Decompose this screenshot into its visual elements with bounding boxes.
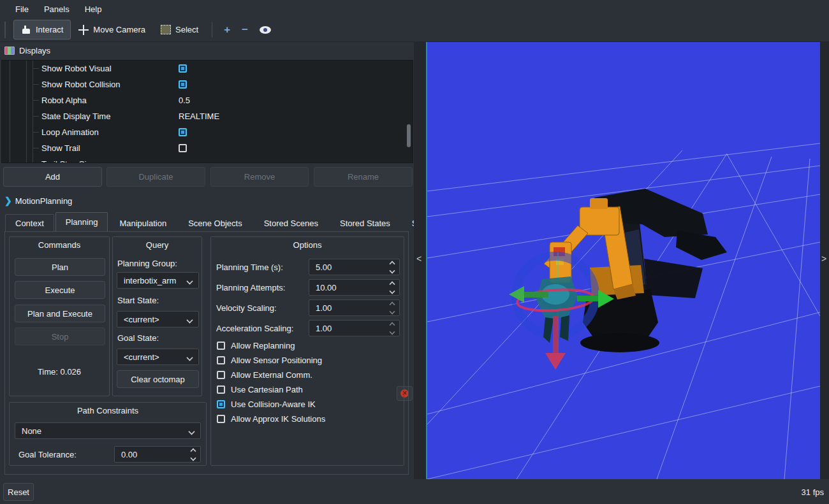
motionplanning-panel-title: MotionPlanning — [15, 196, 73, 206]
collapse-left-icon[interactable]: < — [416, 254, 422, 264]
property-value[interactable]: 0.5 — [179, 96, 190, 105]
path-constraints-select[interactable]: None — [15, 422, 201, 439]
reset-label: Reset — [8, 487, 29, 497]
left-splitter[interactable]: < — [414, 42, 426, 479]
checkbox[interactable] — [217, 371, 225, 379]
goal-tolerance-spinbox[interactable]: 0.00 — [114, 446, 201, 463]
chevron-down-icon — [186, 317, 193, 323]
zoom-out-button[interactable]: − — [236, 24, 254, 36]
menu-panels[interactable]: Panels — [36, 0, 77, 18]
chevron-down-icon — [186, 278, 193, 284]
spin-down-icon[interactable] — [190, 455, 196, 461]
reset-button[interactable]: Reset — [3, 483, 34, 501]
toolbar-drag-handle[interactable] — [4, 22, 8, 38]
allow-replanning-label: Allow Replanning — [231, 341, 295, 350]
allow-sensor-positioning-checkbox[interactable]: Allow Sensor Positioning — [217, 356, 322, 365]
tab-stored-scenes[interactable]: Stored Scenes — [254, 214, 328, 231]
planning-group-value: interbotix_arm — [124, 276, 176, 285]
property-row[interactable]: Loop Animation — [2, 124, 413, 140]
spin-down-icon[interactable] — [389, 329, 395, 335]
tab-manipulation[interactable]: Manipulation — [109, 214, 177, 231]
tree-scrollbar[interactable] — [407, 124, 411, 147]
property-value[interactable]: REALTIME — [179, 112, 219, 121]
eye-icon[interactable] — [260, 26, 271, 34]
spin-down-icon[interactable] — [389, 308, 395, 314]
toolbar-separator — [212, 22, 212, 38]
commands-group: Commands Plan Execute Plan and Execute S… — [9, 236, 110, 396]
displays-panel-header[interactable]: Displays ✕ — [0, 42, 419, 59]
spin-up-icon[interactable] — [389, 261, 395, 266]
rename-display-button[interactable]: Rename — [314, 167, 413, 187]
planning-time-spinbox[interactable]: 5.00 — [309, 259, 400, 275]
interact-tool-button[interactable]: Interact — [13, 20, 71, 40]
tab-stored-states[interactable]: Stored States — [330, 214, 400, 231]
checkbox[interactable] — [217, 385, 225, 394]
property-label: Robot Alpha — [41, 96, 87, 105]
property-checkbox[interactable] — [179, 128, 187, 136]
menu-help[interactable]: Help — [77, 0, 110, 18]
spin-up-icon[interactable] — [389, 281, 395, 287]
3d-viewport[interactable] — [426, 42, 820, 479]
property-row[interactable]: Robot Alpha 0.5 — [2, 92, 413, 108]
collapse-right-icon[interactable]: > — [821, 254, 826, 264]
clear-octomap-button[interactable]: Clear octomap — [117, 370, 199, 388]
property-row[interactable]: State Display Time REALTIME — [2, 108, 413, 124]
spin-up-icon[interactable] — [190, 448, 196, 454]
add-display-button[interactable]: Add — [3, 167, 102, 187]
tab-context[interactable]: Context — [5, 214, 54, 231]
planning-group-select[interactable]: interbotix_arm — [117, 272, 199, 289]
planning-group-label: Planning Group: — [117, 259, 177, 268]
execute-label: Execute — [45, 285, 75, 295]
right-splitter[interactable]: > — [819, 42, 829, 479]
start-state-select[interactable]: <current> — [117, 311, 199, 328]
monitor-icon — [4, 47, 15, 55]
plan-and-execute-button[interactable]: Plan and Execute — [15, 305, 105, 322]
checkbox[interactable] — [217, 400, 225, 408]
velocity-scaling-spinbox[interactable]: 1.00 — [309, 299, 400, 316]
property-row[interactable]: Show Robot Collision — [2, 76, 413, 92]
tab-planning[interactable]: Planning — [55, 212, 108, 231]
menu-bar: File Panels Help — [0, 0, 829, 18]
spin-down-icon[interactable] — [389, 268, 395, 273]
checkbox[interactable] — [217, 342, 225, 350]
tab-scene-objects[interactable]: Scene Objects — [178, 214, 253, 231]
allow-replanning-checkbox[interactable]: Allow Replanning — [217, 341, 295, 350]
interact-label: Interact — [36, 25, 63, 34]
move-camera-icon — [78, 25, 89, 35]
goal-state-select[interactable]: <current> — [117, 349, 199, 365]
duplicate-label: Duplicate — [138, 172, 173, 182]
use-collision-aware-ik-checkbox[interactable]: Use Collision-Aware IK — [217, 400, 316, 409]
plan-button[interactable]: Plan — [15, 258, 105, 276]
property-checkbox[interactable] — [179, 144, 187, 152]
execute-button[interactable]: Execute — [15, 281, 105, 299]
goal-tolerance-label: Goal Tolerance: — [18, 450, 77, 459]
select-tool-button[interactable]: Select — [153, 20, 206, 40]
property-checkbox[interactable] — [179, 64, 187, 73]
checkbox[interactable] — [217, 415, 225, 423]
checkbox[interactable] — [217, 356, 225, 364]
property-row[interactable]: Trail Step Size — [2, 156, 413, 163]
motionplanning-tab-bar: Context Planning Manipulation Scene Obje… — [5, 213, 446, 231]
displays-property-tree[interactable]: Show Robot Visual Show Robot Collision R… — [1, 60, 413, 163]
property-checkbox[interactable] — [179, 80, 187, 89]
planning-attempts-spinbox[interactable]: 10.00 — [309, 279, 400, 296]
acceleration-scaling-label: Acceleration Scaling: — [216, 324, 293, 333]
property-row[interactable]: Show Robot Visual — [2, 61, 413, 76]
acceleration-scaling-spinbox[interactable]: 1.00 — [309, 320, 400, 336]
move-camera-tool-button[interactable]: Move Camera — [71, 20, 153, 40]
add-label: Add — [45, 172, 60, 182]
use-cartesian-path-checkbox[interactable]: Use Cartesian Path — [217, 385, 303, 394]
motionplanning-panel-header[interactable]: ❯ MotionPlanning ✕ — [0, 192, 419, 209]
property-row[interactable]: Show Trail — [2, 140, 413, 156]
zoom-in-button[interactable]: + — [218, 24, 236, 36]
spin-up-icon[interactable] — [389, 301, 395, 307]
remove-display-button[interactable]: Remove — [210, 167, 309, 187]
stop-button[interactable]: Stop — [15, 328, 105, 345]
duplicate-display-button[interactable]: Duplicate — [106, 167, 205, 187]
spin-up-icon[interactable] — [389, 322, 395, 328]
menu-file[interactable]: File — [8, 0, 36, 18]
allow-approx-ik-label: Allow Approx IK Solutions — [231, 414, 325, 424]
allow-approx-ik-checkbox[interactable]: Allow Approx IK Solutions — [217, 414, 325, 424]
allow-external-comm-checkbox[interactable]: Allow External Comm. — [217, 370, 312, 380]
spin-down-icon[interactable] — [389, 288, 395, 294]
